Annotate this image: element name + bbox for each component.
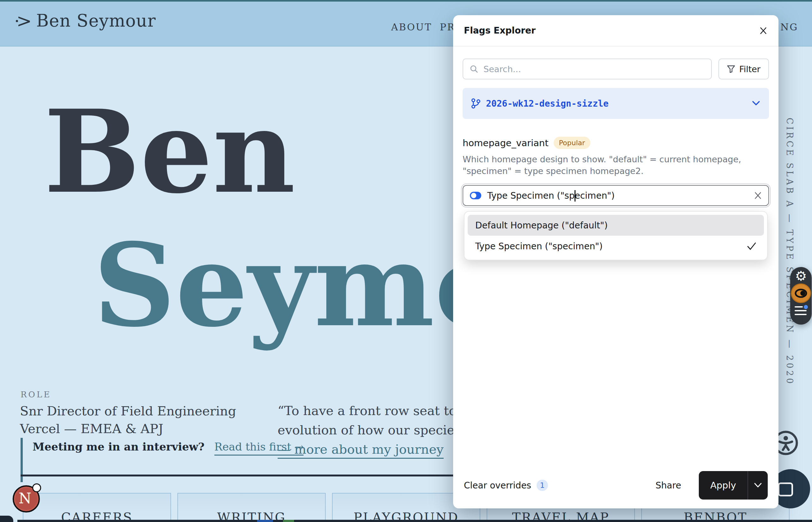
clear-value-button[interactable] <box>754 192 762 200</box>
logo-text: Ben Seymour <box>36 11 156 31</box>
filter-button[interactable]: Filter <box>719 59 769 79</box>
dev-toolbar: ⚙ <box>790 267 812 325</box>
option-label: Type Specimen ("specimen") <box>475 241 603 252</box>
nav-item-partial-right[interactable]: NG <box>780 21 798 33</box>
popular-badge: Popular <box>554 137 591 149</box>
chevron-down-icon <box>751 100 761 107</box>
read-first-link[interactable]: Read this first → <box>214 440 304 456</box>
vertical-specimen-label: CIRCE SLAB A — TYPE SPECIMEN — 2020 <box>785 118 795 386</box>
flag-entry: homepage_variant Popular Which homepage … <box>463 137 769 260</box>
flag-description: Which homepage design to show. "default"… <box>463 154 768 177</box>
selected-check <box>747 242 756 250</box>
clear-overrides-button[interactable]: Clear overrides 1 <box>464 480 548 491</box>
hero-first-name: Ben <box>44 95 295 209</box>
bottom-dark-strip <box>17 520 812 522</box>
flag-name: homepage_variant <box>463 138 548 148</box>
option-label: Default Homepage ("default") <box>475 220 608 230</box>
apply-split-button: Apply <box>699 471 768 500</box>
role-title: Snr Director of Field Engineering <box>20 404 236 418</box>
option-type-specimen[interactable]: Type Specimen ("specimen") <box>468 236 764 257</box>
clear-icon <box>754 192 762 200</box>
panel-footer: Clear overrides 1 Share Apply <box>453 467 778 508</box>
menu-icon <box>795 306 803 307</box>
gear-icon[interactable]: ⚙ <box>795 269 807 283</box>
close-icon <box>759 26 768 35</box>
filter-label: Filter <box>739 64 761 74</box>
flags-override-button[interactable] <box>791 283 811 303</box>
clear-overrides-label: Clear overrides <box>464 480 531 491</box>
branch-selector[interactable]: 2026-wk12-design-sizzle <box>463 88 769 119</box>
window-icon <box>778 482 793 496</box>
check-icon <box>747 242 756 250</box>
override-count-badge: 1 <box>537 480 548 491</box>
git-branch-icon <box>471 98 481 109</box>
chevron-down-icon <box>753 482 762 488</box>
avatar[interactable]: N <box>13 485 40 513</box>
menu-notification-dot <box>804 305 808 309</box>
option-default-homepage[interactable]: Default Homepage ("default") <box>468 215 764 236</box>
text-cursor <box>575 190 576 202</box>
toggle-eye-icon <box>794 288 808 299</box>
flag-value-combobox[interactable]: Type Specimen ("specimen") <box>463 185 769 206</box>
logo-mark-icon: > <box>17 12 32 30</box>
role-company: Vercel — EMEA & APJ <box>20 421 163 436</box>
flag-value-text: Type Specimen ("specimen") <box>487 190 615 201</box>
apply-button[interactable]: Apply <box>699 471 748 500</box>
panel-title: Flags Explorer <box>464 25 536 36</box>
interview-note: Meeting me in an interview? Read this fi… <box>33 440 304 453</box>
branch-chevron[interactable] <box>751 100 761 107</box>
close-button[interactable] <box>759 26 768 35</box>
branch-name: 2026-wk12-design-sizzle <box>486 98 609 109</box>
card-image-sliver <box>257 520 273 522</box>
panel-header: Flags Explorer <box>453 15 778 46</box>
filter-icon <box>727 65 735 73</box>
nav-item-about[interactable]: ABOUT <box>391 21 432 33</box>
search-input[interactable]: Search... <box>463 59 712 79</box>
card-image-sliver <box>283 520 294 522</box>
avatar-status-dot <box>32 483 41 492</box>
search-placeholder: Search... <box>483 64 521 74</box>
interview-question: Meeting me in an interview? <box>33 440 205 453</box>
bottom-left-corner-shape <box>0 516 13 522</box>
card-writing[interactable]: WRITING <box>178 493 326 522</box>
toggle-on-icon <box>470 192 482 200</box>
avatar-letter: N <box>14 490 36 507</box>
panel-body: Search... Filter 2026-wk12-design-sizzle <box>453 46 778 260</box>
role-label: ROLE <box>21 390 51 399</box>
flags-explorer-panel: Flags Explorer Search... Filter <box>453 15 778 508</box>
share-button[interactable]: Share <box>655 480 681 491</box>
apply-more-button[interactable] <box>748 471 768 500</box>
search-icon <box>470 64 478 74</box>
value-options-popup: Default Homepage ("default") Type Specim… <box>464 211 768 260</box>
toolbar-menu-button[interactable] <box>794 305 808 318</box>
card-careers[interactable]: CAREERS <box>23 493 171 522</box>
site-logo[interactable]: > Ben Seymour <box>17 11 156 31</box>
